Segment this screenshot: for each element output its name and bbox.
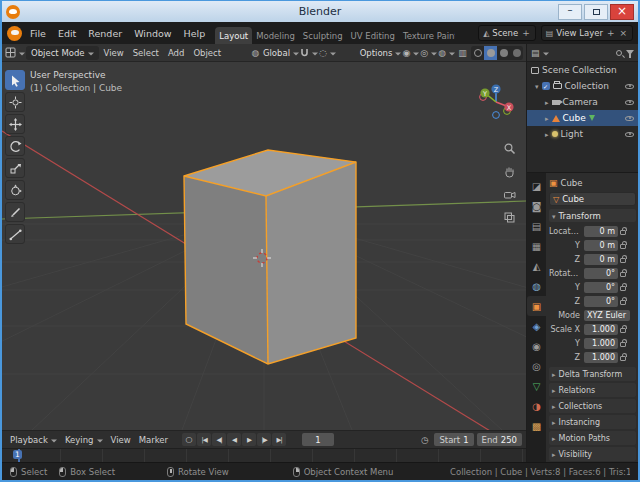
tab-modeling[interactable]: Modeling: [252, 27, 299, 44]
panel-instancing[interactable]: Instancing: [549, 415, 636, 429]
camera-view-button[interactable]: [501, 186, 517, 202]
tool-move-button[interactable]: [5, 114, 25, 134]
start-frame-field[interactable]: Start1: [434, 433, 473, 446]
lock-icon[interactable]: [620, 244, 626, 249]
lock-icon[interactable]: [620, 258, 626, 263]
new-view-layer-icon[interactable]: +: [606, 28, 616, 38]
cube-object[interactable]: [184, 150, 356, 364]
playback-menu[interactable]: Playback: [6, 435, 61, 445]
jump-to-end-button[interactable]: [272, 433, 286, 446]
pan-button[interactable]: [501, 163, 517, 179]
location-y-value[interactable]: 0 m: [584, 240, 618, 251]
lock-icon[interactable]: [620, 328, 626, 333]
current-frame-field[interactable]: 1: [302, 433, 334, 446]
timeline-scrubber[interactable]: 1: [2, 448, 526, 462]
proportional-edit-button[interactable]: ◌: [319, 46, 336, 60]
lock-icon[interactable]: [620, 342, 626, 347]
hide-viewport-icon[interactable]: [625, 116, 634, 121]
outliner-editor-type-button[interactable]: ▤: [531, 46, 549, 60]
remove-view-layer-icon[interactable]: ×: [618, 28, 628, 38]
outliner-row-collection[interactable]: Collection: [527, 78, 638, 94]
snap-magnet-button[interactable]: [300, 46, 318, 60]
outliner-row-cube[interactable]: Cube: [527, 110, 638, 126]
tab-uv-editing[interactable]: UV Editing: [347, 27, 399, 44]
menu-edit[interactable]: Edit: [52, 28, 82, 39]
zoom-button[interactable]: [501, 140, 517, 156]
menu-window[interactable]: Window: [128, 28, 177, 39]
minimize-button[interactable]: [558, 4, 582, 20]
tool-select-box-button[interactable]: [5, 70, 25, 90]
properties-tab-output[interactable]: [527, 216, 546, 236]
tool-scale-button[interactable]: [5, 158, 25, 178]
collection-checkbox[interactable]: [542, 82, 550, 90]
hide-viewport-icon[interactable]: [625, 132, 634, 137]
perspective-toggle-button[interactable]: [501, 209, 517, 225]
menu-add[interactable]: Add: [164, 48, 188, 58]
scale-z-value[interactable]: 1.000: [584, 352, 618, 363]
rotation-x-value[interactable]: 0°: [584, 268, 618, 279]
play-button[interactable]: [242, 433, 256, 446]
end-frame-field[interactable]: End250: [477, 433, 522, 446]
outliner-row-camera[interactable]: Camera: [527, 94, 638, 110]
panel-collections[interactable]: Collections: [549, 399, 636, 413]
properties-tab-tool[interactable]: [527, 176, 546, 196]
menu-file[interactable]: File: [24, 28, 52, 39]
shading-solid-button[interactable]: [484, 46, 497, 60]
tab-texture-paint[interactable]: Texture Paint: [399, 27, 455, 44]
shading-material-button[interactable]: [497, 46, 510, 60]
maximize-button[interactable]: [584, 4, 608, 20]
view-layer-selector[interactable]: ▤ View Layer + ×: [541, 25, 633, 41]
lock-icon[interactable]: [620, 356, 626, 361]
new-scene-icon[interactable]: +: [521, 28, 531, 38]
scene-selector[interactable]: ◭ Scene +: [478, 25, 536, 41]
editor-type-button[interactable]: [5, 46, 25, 60]
tool-transform-button[interactable]: [5, 180, 25, 200]
shading-rendered-button[interactable]: [510, 46, 523, 60]
tab-sculpting[interactable]: Sculpting: [299, 27, 347, 44]
lock-icon[interactable]: [620, 300, 626, 305]
play-reverse-button[interactable]: [227, 433, 241, 446]
expand-icon[interactable]: [545, 113, 549, 123]
menu-object[interactable]: Object: [189, 48, 225, 58]
filter-icon[interactable]: [626, 50, 634, 55]
tool-cursor-button[interactable]: [5, 92, 25, 112]
rotation-mode-dropdown[interactable]: XYZ Euler: [584, 310, 630, 321]
keying-menu[interactable]: Keying: [61, 435, 107, 445]
timeline-marker-menu[interactable]: Marker: [135, 435, 172, 445]
xray-toggle-button[interactable]: ▥: [456, 46, 469, 60]
overlays-toggle-button[interactable]: ◍: [438, 46, 455, 60]
properties-tab-physics[interactable]: [527, 336, 546, 356]
tool-rotate-button[interactable]: [5, 136, 25, 156]
next-keyframe-button[interactable]: [257, 433, 271, 446]
tab-layout[interactable]: Layout: [215, 27, 252, 44]
properties-tab-object-data[interactable]: [527, 376, 546, 396]
orientation-dropdown[interactable]: Global: [263, 48, 299, 58]
expand-icon[interactable]: [545, 129, 549, 139]
lock-icon[interactable]: [620, 286, 626, 291]
tool-annotate-button[interactable]: [5, 202, 25, 222]
prev-keyframe-button[interactable]: [212, 433, 226, 446]
outliner-row-scene-collection[interactable]: Scene Collection: [527, 62, 638, 78]
panel-delta-transform[interactable]: Delta Transform: [549, 367, 636, 381]
blender-menu-icon[interactable]: [7, 26, 22, 41]
collapse-icon[interactable]: [535, 81, 539, 91]
menu-select[interactable]: Select: [129, 48, 163, 58]
transform-panel-header[interactable]: Transform: [549, 209, 636, 222]
location-z-value[interactable]: 0 m: [584, 254, 618, 265]
rotation-y-value[interactable]: 0°: [584, 282, 618, 293]
location-x-value[interactable]: 0 m: [584, 226, 618, 237]
preview-range-icon[interactable]: ◷: [418, 433, 431, 447]
navigation-gizmo[interactable]: Z X Y: [474, 80, 518, 124]
expand-icon[interactable]: [545, 97, 549, 107]
properties-tab-texture[interactable]: [527, 416, 546, 436]
hide-viewport-icon[interactable]: [625, 100, 634, 105]
jump-to-start-button[interactable]: [197, 433, 211, 446]
properties-tab-constraints[interactable]: [527, 356, 546, 376]
hide-viewport-icon[interactable]: [625, 84, 634, 89]
gizmos-toggle-button[interactable]: ◎: [420, 46, 437, 60]
shading-wireframe-button[interactable]: [471, 46, 484, 60]
properties-tab-world[interactable]: [527, 276, 546, 296]
scale-y-value[interactable]: 1.000: [584, 338, 618, 349]
properties-tab-view-layer[interactable]: [527, 236, 546, 256]
show-object-types-button[interactable]: ◉: [402, 46, 419, 60]
